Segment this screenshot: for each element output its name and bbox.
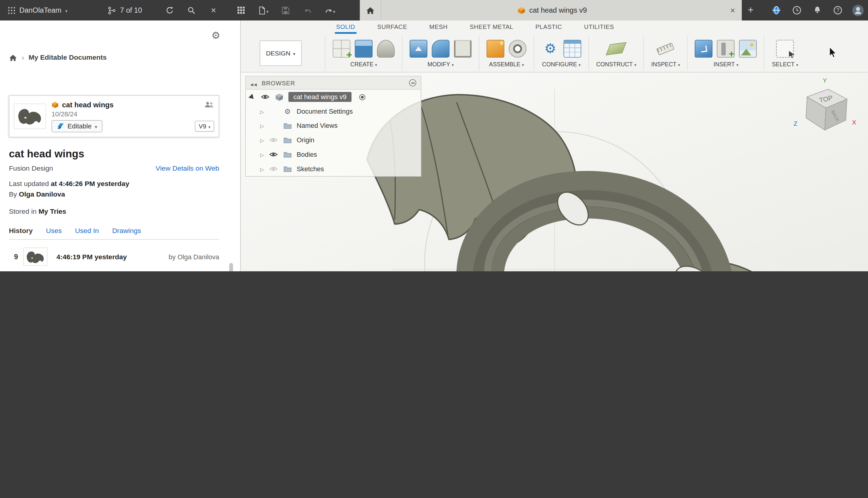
ribbon-tab[interactable]: SOLID	[335, 21, 356, 34]
editable-status-dropdown[interactable]: Editable	[52, 120, 103, 132]
node-label[interactable]: Bodies	[296, 151, 317, 159]
expand-arrow-icon[interactable]	[260, 122, 264, 130]
tool-icon[interactable]	[695, 40, 713, 57]
close-icon: ×	[211, 6, 216, 14]
home-tab[interactable]	[360, 0, 381, 21]
tool-icon[interactable]	[541, 40, 559, 57]
axis-z-label: Z	[793, 120, 797, 127]
version-dropdown[interactable]: V9	[195, 120, 214, 131]
redo-button[interactable]	[324, 4, 336, 16]
workspace-switcher[interactable]: DESIGN	[259, 40, 302, 65]
toolbar-group-label[interactable]: CONFIGURE	[542, 61, 581, 67]
view-details-link[interactable]: View Details on Web	[156, 164, 219, 172]
expand-arrow-icon[interactable]	[260, 136, 264, 144]
browser-root-label[interactable]: cat head wings v9	[289, 92, 351, 102]
toolbar-group-icons	[541, 38, 581, 60]
expand-arrow-icon[interactable]	[260, 107, 264, 115]
browser-tree-row[interactable]: ⚙ Document Settings	[246, 104, 420, 118]
tool-icon[interactable]	[607, 40, 625, 57]
panel-tab[interactable]: Used In	[75, 227, 99, 235]
undo-button[interactable]	[302, 4, 313, 16]
visibility-eye-icon[interactable]	[269, 151, 279, 158]
visibility-eye-icon[interactable]	[260, 93, 270, 100]
shared-people-icon[interactable]	[204, 101, 214, 108]
tool-icon[interactable]	[432, 40, 450, 57]
tool-icon[interactable]	[776, 40, 794, 57]
panel-tab[interactable]: Drawings	[112, 227, 141, 235]
document-card[interactable]: cat head wings 10/28/24 Editable V9	[9, 95, 219, 137]
tool-icon[interactable]	[333, 40, 350, 57]
view-cube[interactable]: Y X Z TOP BACK	[791, 76, 858, 142]
version-counter: 7 of 10	[120, 6, 142, 14]
ribbon-tab[interactable]: MESH	[428, 21, 449, 34]
browser-tree-row[interactable]: ⚙ Sketches	[246, 161, 420, 176]
toolbar-group-label[interactable]: MODIFY	[428, 61, 454, 67]
toolbar-group-label[interactable]: INSPECT	[651, 61, 680, 67]
tool-icon[interactable]	[377, 40, 395, 57]
visibility-eye-icon[interactable]	[269, 137, 279, 144]
notifications-button[interactable]	[811, 4, 824, 17]
panel-tab[interactable]: Uses	[46, 227, 62, 235]
file-menu-button[interactable]	[257, 4, 269, 16]
job-status-button[interactable]	[770, 4, 783, 17]
new-tab-button[interactable]: +	[744, 0, 757, 21]
search-button[interactable]	[185, 4, 197, 16]
toolbar-group-label[interactable]: ASSEMBLE	[489, 61, 524, 67]
visibility-eye-icon[interactable]	[269, 166, 279, 172]
app-grid-button[interactable]	[235, 4, 247, 16]
ribbon-tab[interactable]: SHEET METAL	[469, 21, 515, 34]
panel-scrollbar[interactable]	[229, 263, 233, 271]
toolbar-group-label[interactable]: INSERT	[714, 61, 738, 67]
panel-tab[interactable]: History	[9, 227, 32, 235]
breadcrumb-folder[interactable]: My Editable Documents	[29, 54, 107, 62]
team-icon	[8, 6, 16, 14]
expand-arrow-icon[interactable]	[260, 151, 264, 159]
ribbon-tab[interactable]: UTILITIES	[583, 21, 615, 34]
version-branch-indicator[interactable]: 7 of 10	[107, 6, 142, 14]
activity-history-button[interactable]	[790, 4, 803, 17]
toolbar-group-label[interactable]: CREATE	[350, 61, 377, 67]
browser-root-row[interactable]: cat head wings v9	[246, 90, 420, 104]
collapse-browser-icon[interactable]	[250, 78, 257, 88]
close-panel-button[interactable]: ×	[208, 4, 219, 16]
tool-icon[interactable]	[454, 40, 472, 57]
expand-arrow-icon[interactable]	[260, 165, 264, 173]
model-viewport[interactable]: BROWSER cat head wings v9	[241, 73, 868, 271]
node-label[interactable]: Named Views	[296, 122, 337, 130]
node-label[interactable]: Sketches	[296, 165, 324, 173]
tool-icon[interactable]	[739, 40, 757, 57]
document-tab[interactable]: cat head wings v9	[381, 0, 724, 21]
ribbon-tab[interactable]: SURFACE	[376, 21, 409, 34]
refresh-button[interactable]	[163, 4, 175, 16]
headband[interactable]	[480, 186, 723, 271]
breadcrumb-home-icon[interactable]	[9, 54, 17, 61]
tool-icon[interactable]	[717, 40, 735, 57]
topbar-right-cluster: ?	[770, 0, 865, 21]
tool-icon[interactable]	[564, 40, 582, 57]
minimize-browser-icon[interactable]	[409, 79, 416, 87]
browser-tree-row[interactable]: ⚙ Bodies	[246, 147, 420, 162]
team-menu[interactable]: DanOlaTeam	[8, 6, 67, 14]
ribbon-tab[interactable]: PLASTIC	[534, 21, 563, 34]
browser-tree-row[interactable]: ⚙ Origin	[246, 133, 420, 147]
node-label[interactable]: Origin	[296, 136, 315, 144]
close-tab-icon[interactable]: ×	[724, 5, 742, 15]
toolbar-group-label[interactable]: CONSTRUCT	[596, 61, 636, 67]
node-label[interactable]: Document Settings	[296, 107, 352, 115]
toolbar-group-label[interactable]: SELECT	[772, 61, 798, 67]
profile-avatar[interactable]	[852, 4, 865, 17]
tool-icon[interactable]	[410, 40, 427, 57]
help-button[interactable]: ?	[831, 4, 844, 17]
tool-icon[interactable]	[355, 40, 373, 57]
expand-arrow-icon[interactable]	[248, 94, 257, 103]
browser-tree-row[interactable]: ⚙ Named Views	[246, 118, 420, 133]
tool-icon[interactable]	[509, 40, 526, 57]
tool-icon[interactable]	[486, 40, 504, 57]
save-button[interactable]	[279, 4, 292, 16]
history-row[interactable]: 9 4:46:19 PM yesterday by Olga Danilova	[9, 241, 219, 271]
panel-settings-gear-icon[interactable]: ⚙	[211, 29, 220, 41]
tool-icon[interactable]	[657, 40, 675, 57]
toolbar-group-icons	[657, 38, 675, 60]
file-icon	[258, 6, 266, 14]
activate-component-radio[interactable]	[359, 94, 365, 100]
